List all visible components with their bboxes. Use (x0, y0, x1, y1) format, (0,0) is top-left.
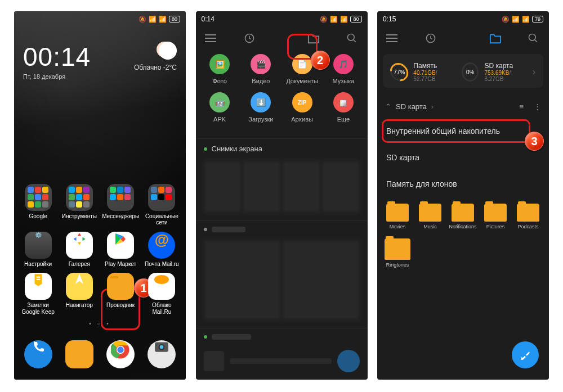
home-screen: 🔕 📶 📶 80 00:14 Пт, 18 декабря Облачно -2… (14, 11, 186, 380)
search-icon[interactable] (346, 33, 359, 44)
callout-2-badge: 2 (311, 51, 330, 70)
app-label: Проводник (106, 302, 135, 308)
app-cloud-mailru[interactable]: Облако Mail.Ru (143, 273, 180, 315)
dock-phone[interactable] (24, 340, 52, 368)
folder-item[interactable]: Music (415, 204, 445, 229)
fab-blurred[interactable] (337, 350, 360, 372)
folder-item[interactable]: Pictures (481, 204, 510, 229)
cat-label: Еще (337, 116, 350, 123)
app-mailru[interactable]: @ Почта Mail.ru (143, 232, 180, 268)
dock-camera[interactable] (148, 340, 176, 368)
status-bar: 0:14 🔕 📶 📶 80 (196, 11, 368, 25)
storage-pct: 77% (392, 64, 406, 80)
app-navigator[interactable]: Навигатор (61, 273, 98, 315)
status-bar: 🔕 📶 📶 80 (14, 11, 186, 25)
folder-item[interactable]: Movies (383, 204, 412, 229)
app-gallery[interactable]: Галерея (61, 232, 98, 268)
folder-label: Мессенджеры (102, 213, 139, 219)
section-generic[interactable] (196, 220, 368, 238)
app-label: Play Маркет (105, 261, 136, 267)
mute-icon: 🔕 (320, 16, 328, 23)
storage-summary[interactable]: 77% Память 40.71GB/ 52.77GB 0% SD карта … (383, 54, 543, 88)
clock-widget[interactable]: 00:14 Пт, 18 декабря Облачно -2°C (14, 25, 186, 83)
file-manager-categories: 0:14 🔕 📶 📶 80 🖼️Фото 🎬Видео 📄Документы 🎵… (196, 11, 368, 380)
menu-icon[interactable] (386, 34, 399, 42)
folder-item[interactable]: Podcasts (513, 204, 543, 229)
cat-more[interactable]: ▦Еще (325, 92, 362, 123)
cat-music[interactable]: 🎵Музыка (325, 54, 362, 84)
folder-label: Music (423, 224, 437, 229)
folder-label: Notifications (449, 224, 476, 229)
app-label: Галерея (69, 261, 90, 267)
signal-icon: 📶 (522, 16, 530, 23)
app-play-market[interactable]: Play Маркет (102, 232, 139, 268)
folder-label: Pictures (486, 224, 505, 229)
cat-apk[interactable]: 🤖APK (201, 92, 238, 123)
search-icon[interactable] (528, 33, 540, 44)
app-keep[interactable]: Заметки Google Keep (20, 273, 57, 315)
folder-google[interactable]: Google (20, 184, 57, 226)
cat-video[interactable]: 🎬Видео (242, 54, 279, 84)
section-screenshots[interactable]: Снимки экрана (196, 138, 368, 159)
folder-messengers[interactable]: Мессенджеры (102, 184, 139, 226)
dock-chrome[interactable] (106, 340, 135, 368)
tab-folders[interactable] (463, 33, 528, 44)
callout-3-badge: 3 (525, 132, 544, 151)
folder-label: Podcasts (517, 224, 538, 229)
app-settings[interactable]: ⚙️ Настройки (20, 232, 57, 268)
cat-photo[interactable]: 🖼️Фото (201, 54, 238, 84)
more-icon[interactable]: ⋮ (534, 102, 541, 111)
section-title: Снимки экрана (212, 145, 263, 153)
list-item-clones[interactable]: Память для клонов (377, 170, 549, 197)
folder-tools[interactable]: Инструменты (61, 184, 98, 226)
folder-label: Инструменты (62, 213, 97, 219)
folder-label: Movies (390, 224, 406, 229)
list-item-sd[interactable]: SD карта (377, 144, 549, 170)
storage-label: SD карта (484, 62, 525, 70)
chevron-right-icon: › (431, 102, 434, 111)
weather-icon (159, 42, 177, 60)
storage-total: 8.27GB (484, 76, 503, 82)
status-bar: 0:15 🔕 📶 📶 79 (377, 11, 549, 25)
storage-internal[interactable]: 77% Память 40.71GB/ 52.77GB (391, 62, 455, 82)
weather-widget[interactable]: Облачно -2°C (134, 42, 177, 71)
storage-total: 52.77GB (413, 76, 435, 82)
wifi-icon: 📶 (330, 16, 338, 23)
folder-social[interactable]: Социальные сети (143, 184, 180, 226)
wifi-icon: 📶 (149, 16, 157, 23)
battery-icon: 80 (169, 16, 180, 22)
signal-icon: 📶 (340, 16, 348, 23)
weather-text: Облачно -2°C (134, 64, 177, 71)
category-grid: 🖼️Фото 🎬Видео 📄Документы 🎵Музыка 🤖APK ⬇️… (196, 49, 368, 138)
file-manager-storage: 0:15 🔕 📶 📶 79 77% Память 40.71GB/ 52.77G… (377, 11, 549, 380)
dock-notes[interactable] (65, 340, 93, 368)
path-segment[interactable]: SD карта (396, 102, 427, 111)
battery-icon: 80 (350, 16, 361, 22)
folder-label: Социальные сети (145, 213, 178, 226)
blurred-content (202, 238, 362, 322)
chevron-up-icon[interactable]: ⌃ (385, 102, 391, 111)
page-indicator[interactable]: • ○ • (17, 321, 182, 330)
folder-label: Ringtones (386, 262, 409, 268)
app-file-manager[interactable]: Проводник (102, 273, 139, 315)
cat-archives[interactable]: ZIPАрхивы (284, 92, 321, 123)
storage-label: Память (413, 62, 455, 70)
folder-item[interactable]: Notifications (448, 204, 477, 229)
blurred-thumb (204, 351, 224, 371)
section-generic[interactable] (196, 328, 368, 345)
svg-point-10 (529, 34, 536, 41)
battery-icon: 79 (532, 16, 543, 22)
mute-icon: 🔕 (138, 16, 146, 23)
cat-downloads[interactable]: ⬇️Загрузки (242, 92, 279, 123)
clock-date: Пт, 18 декабря (23, 73, 91, 80)
tab-recent[interactable] (399, 33, 463, 44)
storage-used: 753.69KB (484, 70, 509, 76)
clock-time: 00:14 (23, 42, 91, 72)
fab-clean[interactable] (512, 341, 539, 368)
storage-sd[interactable]: 0% SD карта 753.69KB/ 8.27GB (462, 62, 526, 82)
tab-recent[interactable] (217, 33, 282, 44)
menu-icon[interactable] (205, 34, 217, 42)
folder-item[interactable]: Ringtones (383, 238, 412, 268)
blurred-content (202, 159, 362, 215)
view-list-icon[interactable]: ≡ (519, 102, 524, 111)
